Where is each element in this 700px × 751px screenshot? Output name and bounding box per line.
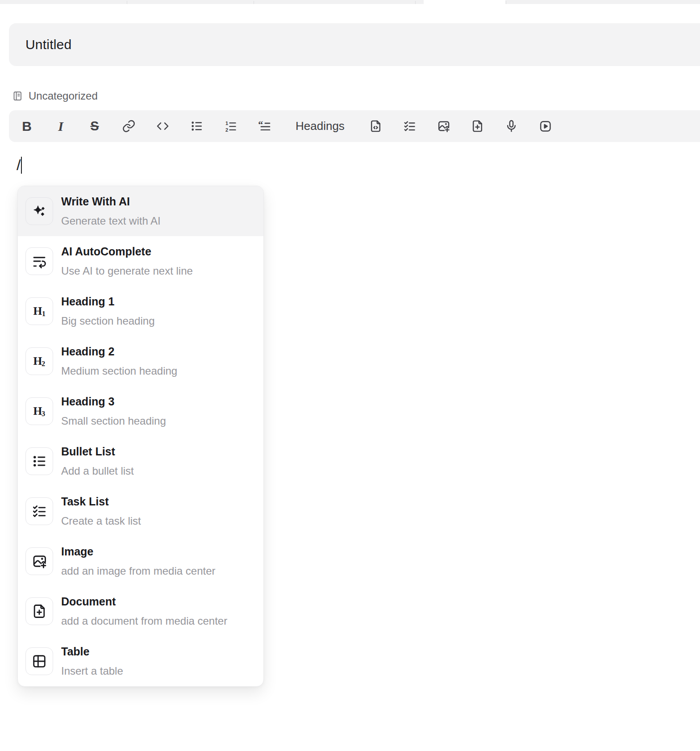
menu-item-icon-box: [25, 347, 53, 375]
slash-menu-item-bullet-list[interactable]: Bullet List Add a bullet list: [18, 436, 263, 486]
strikethrough-button[interactable]: S: [88, 119, 102, 134]
menu-item-title: Document: [61, 595, 227, 608]
document-icon: [31, 603, 47, 619]
post-title-input[interactable]: Untitled: [9, 23, 700, 66]
menu-item-icon-box: [25, 497, 53, 525]
tab-separator: [415, 1, 416, 4]
menu-item-title: Heading 3: [61, 395, 166, 408]
menu-item-description: Medium section heading: [61, 365, 177, 377]
editor-content-area[interactable]: /: [17, 156, 22, 174]
notebook-icon: [12, 91, 23, 101]
italic-button[interactable]: I: [54, 119, 68, 134]
ordered-list-button[interactable]: [223, 119, 238, 134]
slash-menu-item-heading-3[interactable]: Heading 3 Small section heading: [18, 386, 263, 436]
tab-separator: [254, 1, 254, 4]
bullet-list-button[interactable]: [189, 119, 204, 134]
menu-item-description: Use AI to generate next line: [61, 265, 193, 277]
text-caret: [21, 157, 22, 174]
h2-icon: [31, 353, 47, 369]
task-list-button[interactable]: [403, 119, 417, 134]
slash-menu: Write With AI Generate text with AI AI A…: [17, 186, 264, 687]
insert-image-button[interactable]: [437, 119, 451, 134]
typed-slash-text: /: [17, 156, 21, 174]
menu-item-title: Image: [61, 545, 216, 558]
post-title-value: Untitled: [9, 37, 71, 52]
image-add-icon: [437, 119, 450, 133]
slash-menu-item-document[interactable]: Document add a document from media cente…: [18, 586, 263, 636]
slash-menu-item-write-with-ai[interactable]: Write With AI Generate text with AI: [18, 186, 263, 236]
menu-item-description: Create a task list: [61, 515, 141, 527]
menu-item-title: Heading 2: [61, 345, 177, 358]
bullet-list-icon: [31, 453, 47, 469]
menu-item-description: Small section heading: [61, 415, 166, 427]
menu-item-icon-box: [25, 597, 53, 625]
menu-item-icon-box: [25, 647, 53, 675]
menu-item-title: Bullet List: [61, 445, 134, 458]
menu-item-icon-box: [25, 547, 53, 575]
menu-item-description: Big section heading: [61, 315, 154, 327]
sparkles-icon: [31, 203, 47, 219]
blockquote-icon: [258, 119, 271, 133]
tab-separator: [506, 1, 506, 4]
link-button[interactable]: [121, 119, 136, 134]
formatting-toolbar: B I S Headings: [9, 110, 700, 142]
autocomplete-icon: [31, 253, 47, 269]
menu-item-description: add a document from media center: [61, 615, 227, 627]
menu-item-title: AI AutoComplete: [61, 245, 193, 258]
menu-item-icon-box: [25, 297, 53, 325]
slash-menu-item-table[interactable]: Table Insert a table: [18, 636, 263, 686]
bold-button[interactable]: B: [20, 119, 34, 134]
h3-icon: [31, 403, 47, 419]
bullet-list-icon: [190, 119, 204, 133]
blockquote-button[interactable]: [257, 119, 271, 134]
category-label: Uncategorized: [29, 90, 98, 102]
browser-tab-strip[interactable]: [0, 0, 700, 4]
tab-separator: [127, 1, 127, 4]
task-list-icon: [403, 119, 417, 133]
bold-icon: B: [22, 119, 32, 134]
video-icon: [538, 119, 552, 133]
microphone-icon: [504, 119, 518, 133]
headings-dropdown[interactable]: Headings: [296, 119, 345, 133]
slash-menu-item-image[interactable]: Image add an image from media center: [18, 536, 263, 586]
slash-menu-item-task-list[interactable]: Task List Create a task list: [18, 486, 263, 536]
code-block-button[interactable]: [369, 119, 383, 134]
image-icon: [31, 553, 47, 569]
menu-item-description: Add a bullet list: [61, 465, 134, 477]
code-icon: [156, 119, 170, 133]
slash-menu-item-ai-autocomplete[interactable]: AI AutoComplete Use AI to generate next …: [18, 236, 263, 286]
slash-menu-item-heading-2[interactable]: Heading 2 Medium section heading: [18, 336, 263, 386]
menu-item-icon-box: [25, 447, 53, 475]
insert-video-button[interactable]: [538, 119, 553, 134]
task-list-icon: [31, 503, 47, 519]
ordered-list-icon: [224, 119, 238, 133]
insert-document-button[interactable]: [471, 119, 485, 134]
menu-item-icon-box: [25, 397, 53, 425]
menu-item-icon-box: [25, 197, 53, 225]
menu-item-description: Insert a table: [61, 665, 123, 677]
category-selector[interactable]: Uncategorized: [12, 90, 98, 102]
table-icon: [31, 653, 47, 669]
document-add-icon: [471, 119, 484, 133]
menu-item-icon-box: [25, 247, 53, 275]
inline-code-button[interactable]: [155, 119, 170, 134]
menu-item-description: Generate text with AI: [61, 215, 161, 227]
slash-menu-item-heading-1[interactable]: Heading 1 Big section heading: [18, 286, 263, 336]
editor-page: Untitled Uncategorized B I S Headi: [0, 0, 700, 751]
audio-record-button[interactable]: [504, 119, 519, 134]
code-file-icon: [369, 119, 383, 133]
active-browser-tab[interactable]: [424, 0, 505, 4]
strikethrough-icon: S: [90, 119, 99, 134]
menu-item-title: Write With AI: [61, 195, 161, 208]
menu-item-title: Table: [61, 645, 123, 658]
link-icon: [122, 119, 136, 133]
menu-item-title: Task List: [61, 495, 141, 508]
italic-icon: I: [58, 119, 63, 134]
menu-item-description: add an image from media center: [61, 565, 216, 577]
menu-item-title: Heading 1: [61, 295, 154, 308]
h1-icon: [31, 303, 47, 319]
